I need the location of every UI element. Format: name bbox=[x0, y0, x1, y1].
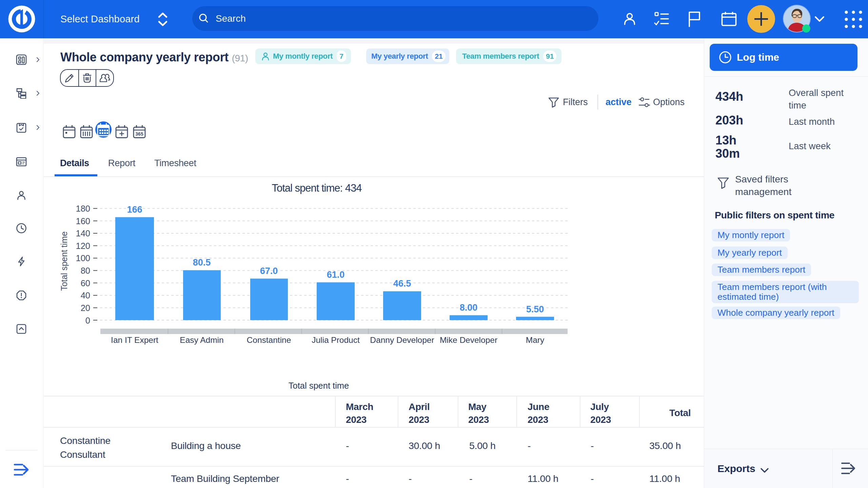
svg-text:Danny Developer: Danny Developer bbox=[370, 335, 434, 345]
svg-text:140: 140 bbox=[76, 229, 90, 238]
svg-text:365: 365 bbox=[135, 131, 143, 137]
svg-text:Mike Developer: Mike Developer bbox=[440, 335, 497, 345]
svg-text:60: 60 bbox=[81, 278, 90, 288]
svg-text:67.0: 67.0 bbox=[260, 266, 278, 276]
svg-text:Easy Admin: Easy Admin bbox=[180, 335, 223, 345]
svg-text:Total spent time: Total spent time bbox=[59, 231, 69, 291]
svg-text:80: 80 bbox=[81, 266, 90, 275]
svg-text:180: 180 bbox=[76, 204, 90, 213]
svg-text:120: 120 bbox=[76, 241, 90, 251]
svg-text:Ian IT Expert: Ian IT Expert bbox=[111, 335, 158, 345]
svg-text:20: 20 bbox=[81, 303, 90, 313]
svg-text:100: 100 bbox=[76, 253, 90, 263]
svg-text:Mary: Mary bbox=[526, 335, 545, 345]
svg-text:46.5: 46.5 bbox=[393, 278, 411, 289]
svg-text:5.50: 5.50 bbox=[526, 304, 544, 314]
svg-text:61.0: 61.0 bbox=[327, 270, 345, 280]
svg-text:Julia Product: Julia Product bbox=[312, 335, 360, 345]
svg-text:40: 40 bbox=[81, 291, 90, 300]
svg-text:8.00: 8.00 bbox=[460, 302, 478, 313]
svg-text:0: 0 bbox=[85, 316, 90, 325]
svg-text:Constantine: Constantine bbox=[247, 335, 291, 345]
svg-text:80.5: 80.5 bbox=[193, 257, 211, 268]
svg-text:166: 166 bbox=[127, 204, 142, 215]
svg-text:160: 160 bbox=[76, 216, 90, 226]
